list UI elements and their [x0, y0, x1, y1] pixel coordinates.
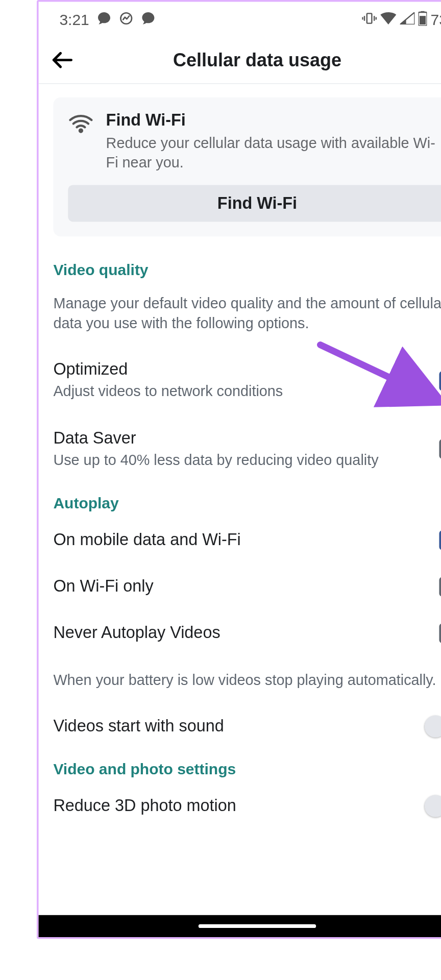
- option-autoplay-wifi-only-title: On Wi-Fi only: [53, 577, 429, 596]
- page-title: Cellular data usage: [39, 50, 441, 70]
- option-autoplay-mobile-wifi-title: On mobile data and Wi-Fi: [53, 531, 429, 550]
- find-wifi-title: Find Wi-Fi: [106, 111, 441, 130]
- vibrate-icon: [362, 11, 377, 29]
- video-quality-header: Video quality: [53, 261, 441, 279]
- wifi-icon: [68, 111, 93, 139]
- cloud-icon: [118, 11, 133, 29]
- option-optimized-sub: Adjust videos to network conditions: [53, 382, 429, 402]
- option-autoplay-wifi-only[interactable]: On Wi-Fi only: [53, 577, 441, 596]
- option-data-saver-title: Data Saver: [53, 428, 429, 447]
- option-data-saver[interactable]: Data Saver Use up to 40% less data by re…: [53, 428, 441, 470]
- status-bar: 3:21 73%: [39, 2, 441, 36]
- chat-bubble-icon: [141, 11, 156, 29]
- autoplay-header: Autoplay: [53, 494, 441, 512]
- arrow-left-icon: [51, 48, 75, 71]
- chat-bubble-icon: [96, 11, 111, 29]
- svg-rect-1: [367, 13, 372, 23]
- option-optimized[interactable]: Optimized Adjust videos to network condi…: [53, 360, 441, 402]
- checkbox-autoplay-wifi-only[interactable]: [439, 577, 441, 596]
- find-wifi-button[interactable]: Find Wi-Fi: [68, 185, 441, 222]
- app-bar: Cellular data usage: [39, 36, 441, 84]
- checkbox-autoplay-mobile-wifi[interactable]: [439, 530, 441, 550]
- svg-rect-4: [420, 16, 426, 24]
- option-autoplay-never[interactable]: Never Autoplay Videos: [53, 624, 441, 643]
- toggle-videos-sound[interactable]: [425, 717, 441, 736]
- svg-point-6: [80, 130, 82, 132]
- status-time: 3:21: [59, 11, 89, 29]
- battery-icon: [419, 11, 427, 29]
- autoplay-note: When your battery is low videos stop pla…: [39, 670, 441, 690]
- option-reduce-3d-title: Reduce 3D photo motion: [53, 796, 414, 815]
- video-photo-header: Video and photo settings: [53, 761, 441, 778]
- navigation-bar: [39, 915, 441, 937]
- option-autoplay-never-title: Never Autoplay Videos: [53, 624, 429, 643]
- battery-percent: 73%: [431, 11, 441, 29]
- checkbox-optimized[interactable]: [439, 371, 441, 390]
- option-optimized-title: Optimized: [53, 360, 429, 379]
- option-videos-sound[interactable]: Videos start with sound: [53, 717, 441, 736]
- home-indicator[interactable]: [199, 924, 316, 928]
- content-scroll[interactable]: Find Wi-Fi Reduce your cellular data usa…: [39, 84, 441, 915]
- back-button[interactable]: [50, 47, 75, 72]
- checkbox-data-saver[interactable]: [439, 439, 441, 459]
- option-autoplay-mobile-wifi[interactable]: On mobile data and Wi-Fi: [53, 530, 441, 550]
- wifi-icon: [380, 12, 396, 27]
- option-reduce-3d[interactable]: Reduce 3D photo motion: [53, 796, 441, 815]
- toggle-reduce-3d[interactable]: [425, 797, 441, 815]
- option-data-saver-sub: Use up to 40% less data by reducing vide…: [53, 450, 429, 470]
- find-wifi-card: Find Wi-Fi Reduce your cellular data usa…: [53, 97, 441, 237]
- cellular-signal-icon: [400, 12, 415, 27]
- find-wifi-desc: Reduce your cellular data usage with ava…: [106, 134, 441, 172]
- option-videos-sound-title: Videos start with sound: [53, 717, 414, 736]
- video-quality-desc: Manage your default video quality and th…: [53, 293, 441, 333]
- checkbox-autoplay-never[interactable]: [439, 624, 441, 643]
